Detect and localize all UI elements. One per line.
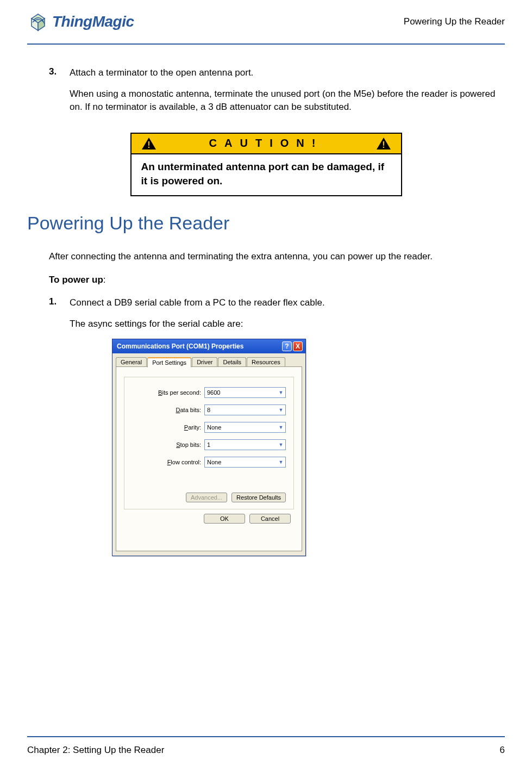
- stop-bits-value: 1: [207, 441, 210, 448]
- caution-body: An unterminated antenna port can be dam­…: [132, 154, 401, 195]
- data-bits-value: 8: [207, 407, 210, 413]
- step-3-title: Attach a terminator to the open antenna …: [70, 66, 499, 80]
- flow-control-value: None: [207, 459, 221, 465]
- bits-per-second-value: 9600: [207, 389, 220, 396]
- footer-chapter: Chapter 2: Setting Up the Reader: [27, 745, 164, 756]
- chevron-down-icon: ▼: [277, 422, 285, 432]
- intro-paragraph: After connecting the antenna and termina…: [49, 250, 505, 264]
- page-header: ThingMagic Powering Up the Reader: [27, 11, 505, 45]
- data-bits-select[interactable]: 8 ▼: [204, 404, 286, 415]
- chevron-down-icon: ▼: [277, 457, 285, 467]
- close-button[interactable]: X: [293, 341, 303, 351]
- step-number: 3.: [49, 66, 60, 122]
- caution-header: ! CAUTION! !: [132, 134, 401, 154]
- page-footer: Chapter 2: Setting Up the Reader 6: [27, 736, 505, 756]
- stop-bits-select[interactable]: 1 ▼: [204, 439, 286, 450]
- port-settings-group: Bits per second: 9600 ▼ Data bits:: [124, 377, 294, 509]
- step-number: 1.: [49, 296, 60, 556]
- to-power-up: To power up:: [49, 273, 505, 287]
- data-bits-label: Data bits:: [176, 407, 201, 413]
- stop-bits-label: Stop bits:: [176, 441, 201, 448]
- section-title: Powering Up the Reader: [27, 213, 505, 234]
- to-power-up-colon: :: [103, 275, 106, 285]
- warning-icon: !: [376, 137, 391, 150]
- flow-control-label: Flow control:: [167, 459, 201, 465]
- advanced-button[interactable]: Advanced...: [186, 493, 227, 502]
- help-button[interactable]: ?: [282, 341, 292, 351]
- brand-text: ThingMagic: [52, 13, 134, 30]
- parity-label: Parity:: [184, 424, 201, 431]
- caution-box: ! CAUTION! ! An unterminated antenna por…: [130, 133, 402, 196]
- svg-text:!: !: [382, 140, 385, 150]
- warning-icon: !: [141, 137, 157, 150]
- step-1-body: The async settings for the serial cable …: [70, 317, 499, 331]
- flow-control-select[interactable]: None ▼: [204, 457, 286, 468]
- tab-port-settings[interactable]: Port Settings: [147, 357, 191, 368]
- step-1-title: Connect a DB9 serial cable from a PC to …: [70, 296, 499, 310]
- parity-select[interactable]: None ▼: [204, 422, 286, 433]
- chevron-down-icon: ▼: [277, 388, 285, 397]
- cancel-button[interactable]: Cancel: [249, 514, 291, 524]
- bits-per-second-select[interactable]: 9600 ▼: [204, 387, 286, 398]
- step-3: 3. Attach a terminator to the open anten…: [49, 66, 499, 122]
- brand-logo: ThingMagic: [27, 11, 134, 33]
- dialog-titlebar[interactable]: Communications Port (COM1) Properties ? …: [112, 339, 305, 353]
- chevron-down-icon: ▼: [277, 440, 285, 450]
- chevron-down-icon: ▼: [277, 405, 285, 415]
- cube-icon: [27, 11, 49, 33]
- svg-text:!: !: [147, 140, 150, 150]
- footer-page-number: 6: [500, 745, 505, 756]
- step-3-body: When using a monostatic antenna, termina…: [70, 88, 499, 114]
- step-1: 1. Connect a DB9 serial cable from a PC …: [49, 296, 499, 556]
- to-power-up-label: To power up: [49, 275, 103, 285]
- restore-defaults-button[interactable]: Restore Defaults: [231, 493, 286, 502]
- dialog-tabs: General Port Settings Driver Details Res…: [116, 357, 302, 367]
- dialog-title-text: Communications Port (COM1) Properties: [117, 343, 243, 350]
- bits-per-second-label: Bits per second:: [158, 389, 201, 396]
- ok-button[interactable]: OK: [204, 514, 245, 524]
- parity-value: None: [207, 424, 221, 431]
- tab-panel: Bits per second: 9600 ▼ Data bits:: [116, 366, 302, 551]
- header-section-label: Powering Up the Reader: [404, 16, 505, 27]
- caution-label: CAUTION!: [157, 137, 376, 150]
- com-properties-dialog: Communications Port (COM1) Properties ? …: [112, 339, 306, 556]
